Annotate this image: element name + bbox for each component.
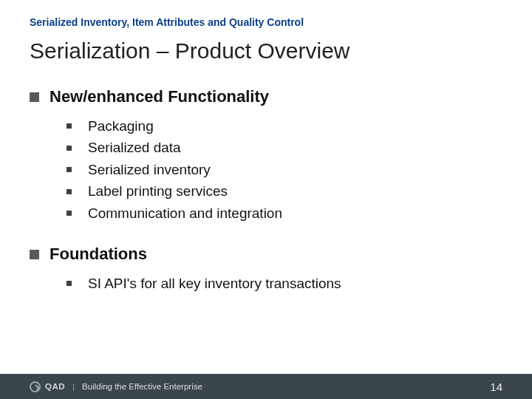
item-list: Packaging Serialized data Serialized inv… (66, 115, 502, 224)
square-bullet-icon (30, 250, 39, 259)
section-heading-text: Foundations (50, 245, 147, 264)
list-item-text: Label printing services (88, 180, 228, 202)
section-heading: Foundations (30, 245, 502, 264)
kicker-text: Serialized Inventory, Item Attributes an… (30, 16, 304, 28)
small-square-bullet-icon (66, 189, 72, 194)
list-item: Serialized inventory (66, 159, 502, 180)
small-square-bullet-icon (66, 123, 72, 129)
list-item-text: Serialized data (88, 137, 181, 158)
list-item: Packaging (66, 115, 502, 137)
list-item-text: Serialized inventory (88, 159, 211, 180)
list-item: Communication and integration (66, 202, 502, 224)
logo-mark-icon (30, 381, 41, 392)
list-item-text: Packaging (88, 115, 154, 137)
section-heading: New/enhanced Functionality (30, 87, 502, 106)
section-heading-text: New/enhanced Functionality (50, 87, 269, 106)
small-square-bullet-icon (66, 167, 72, 172)
section-foundations: Foundations SI API's for all key invento… (30, 245, 502, 294)
list-item: SI API's for all key inventory transacti… (66, 273, 502, 294)
brand-text: QAD (45, 382, 65, 391)
footer-tagline: Building the Effective Enterprise (82, 382, 202, 391)
list-item: Serialized data (66, 137, 502, 158)
slide: Serialized Inventory, Item Attributes an… (0, 0, 532, 399)
divider-icon: | (72, 382, 75, 391)
small-square-bullet-icon (66, 146, 72, 151)
item-list: SI API's for all key inventory transacti… (66, 273, 502, 294)
list-item-text: Communication and integration (88, 202, 282, 224)
slide-title: Serialization – Product Overview (30, 38, 350, 64)
footer-bar: QAD | Building the Effective Enterprise … (0, 374, 532, 399)
page-number: 14 (490, 381, 502, 393)
brand-logo: QAD (30, 381, 65, 392)
small-square-bullet-icon (66, 211, 72, 216)
content-area: New/enhanced Functionality Packaging Ser… (30, 87, 502, 316)
small-square-bullet-icon (66, 281, 72, 286)
section-new-functionality: New/enhanced Functionality Packaging Ser… (30, 87, 502, 224)
list-item: Label printing services (66, 180, 502, 202)
square-bullet-icon (30, 92, 39, 102)
list-item-text: SI API's for all key inventory transacti… (88, 273, 341, 294)
